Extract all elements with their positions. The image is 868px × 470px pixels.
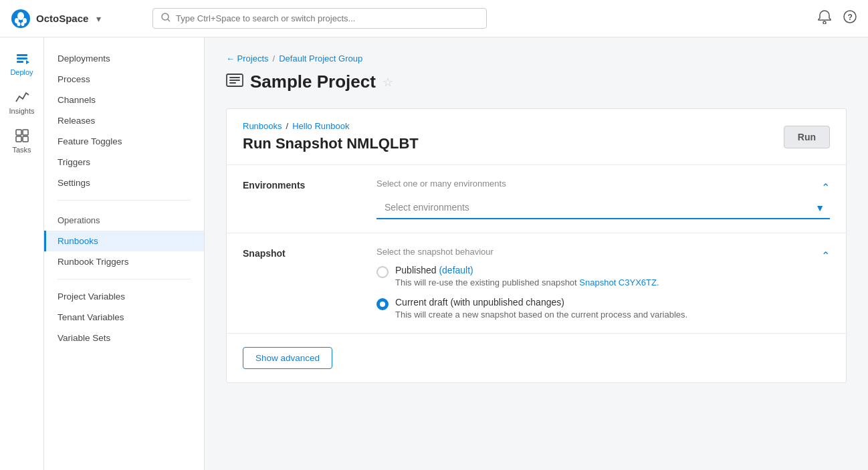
page-title: Sample Project [250,72,376,92]
search-bar[interactable] [152,8,487,29]
svg-text:?: ? [848,13,853,22]
sidebar: Deployments Process Channels Releases Fe… [44,37,205,470]
page-title-row: Sample Project ☆ [226,72,847,92]
svg-rect-12 [17,57,27,60]
radio-published-desc: This will re-use the existing published … [395,277,659,287]
sidebar-item-releases[interactable]: Releases [44,110,204,131]
snapshot-chevron-icon[interactable]: ⌃ [821,249,830,262]
run-breadcrumb: Runbooks / Hello Runbook [243,121,419,131]
radio-draft-text: Current draft (with unpublished changes)… [395,297,687,320]
topbar-actions: ? [817,9,857,27]
tasks-icon [15,128,29,143]
svg-point-8 [823,21,826,24]
snapshot-content: Select the snapshot behaviour ⌃ Publishe… [376,247,830,320]
radio-draft-circle[interactable] [376,298,389,310]
run-title: Run Snapshot NMLQLBT [243,135,419,152]
svg-marker-14 [26,60,29,64]
run-header: Runbooks / Hello Runbook Run Snapshot NM… [227,109,846,165]
run-breadcrumb-hello[interactable]: Hello Runbook [292,121,349,131]
radio-published-label: Published (default) [395,265,659,275]
sidebar-item-project-variables[interactable]: Project Variables [44,286,204,307]
environments-row: Environments Select one or many environm… [227,165,846,233]
sidebar-section-operations: Operations [44,207,204,231]
nav-tasks[interactable]: Tasks [3,123,41,159]
radio-published-circle[interactable] [376,266,389,278]
svg-point-1 [17,12,24,20]
search-input[interactable] [176,13,478,23]
sidebar-item-runbooks[interactable]: Runbooks [44,231,204,251]
sidebar-item-process[interactable]: Process [44,69,204,90]
run-button[interactable]: Run [784,126,830,148]
left-nav: Deploy Insights Tasks [0,37,44,470]
snapshot-link[interactable]: Snapshot C3YX6TZ [579,277,657,287]
topbar: OctoSpace ▾ ? [0,0,868,37]
svg-line-7 [168,19,170,21]
sidebar-item-channels[interactable]: Channels [44,90,204,110]
radio-draft-desc: This will create a new snapshot based on… [395,310,687,320]
show-advanced-button[interactable]: Show advanced [243,347,332,369]
svg-rect-16 [23,130,28,135]
sidebar-item-runbook-triggers[interactable]: Runbook Triggers [44,251,204,272]
radio-published[interactable]: Published (default) This will re-use the… [376,265,830,287]
breadcrumb-projects[interactable]: ← Projects [226,53,269,64]
sidebar-item-triggers[interactable]: Triggers [44,152,204,172]
svg-point-6 [162,13,169,20]
notifications-icon[interactable] [817,9,832,27]
sidebar-item-settings[interactable]: Settings [44,172,204,193]
svg-point-4 [17,22,21,26]
svg-rect-17 [16,136,21,142]
environments-label: Environments [243,179,376,191]
svg-rect-11 [17,54,27,56]
environments-select[interactable]: Select environments [376,197,830,219]
sidebar-item-tenant-variables[interactable]: Tenant Variables [44,307,204,328]
environments-content: Select one or many environments ⌃ Select… [376,179,830,219]
svg-rect-15 [16,130,21,135]
snapshot-row: Snapshot Select the snapshot behaviour ⌃… [227,233,846,334]
svg-rect-21 [229,80,240,81]
svg-point-5 [21,22,25,26]
snapshot-subtitle: Select the snapshot behaviour [376,247,494,257]
svg-rect-22 [229,82,236,84]
project-icon [226,73,243,91]
sidebar-divider-1 [58,200,191,201]
favorite-star-icon[interactable]: ☆ [383,75,393,90]
run-breadcrumb-sep: / [286,121,289,131]
nav-deploy-label: Deploy [10,68,33,76]
sidebar-item-deployments[interactable]: Deployments [44,48,204,69]
octopus-logo [11,9,31,29]
sidebar-item-variable-sets[interactable]: Variable Sets [44,328,204,348]
breadcrumb-sep: / [273,53,276,64]
radio-published-text: Published (default) This will re-use the… [395,265,659,287]
sidebar-divider-2 [58,279,191,279]
brand[interactable]: OctoSpace ▾ [11,9,144,29]
main-content: ← Projects / Default Project Group Sampl… [205,37,868,470]
brand-name: OctoSpace [36,13,88,24]
brand-chevron[interactable]: ▾ [96,13,101,24]
environments-chevron-icon[interactable]: ⌃ [821,181,830,194]
published-default-badge: (default) [439,265,473,275]
insights-icon [15,90,29,104]
sidebar-item-feature-toggles[interactable]: Feature Toggles [44,131,204,152]
nav-insights-label: Insights [9,107,35,115]
nav-deploy[interactable]: Deploy [3,45,41,82]
breadcrumb-group[interactable]: Default Project Group [279,53,362,64]
search-icon [161,13,171,24]
env-select-wrapper: Select environments ▼ [376,197,830,219]
help-icon[interactable]: ? [843,9,857,27]
svg-rect-13 [17,61,23,63]
radio-current-draft[interactable]: Current draft (with unpublished changes)… [376,297,830,320]
breadcrumb: ← Projects / Default Project Group [226,53,847,64]
environments-subtitle: Select one or many environments [376,179,506,189]
run-card: Runbooks / Hello Runbook Run Snapshot NM… [226,108,847,383]
radio-draft-label: Current draft (with unpublished changes) [395,297,687,308]
show-advanced-row: Show advanced [227,334,846,382]
nav-tasks-label: Tasks [12,146,31,154]
deploy-icon [15,51,29,66]
nav-insights[interactable]: Insights [3,84,41,120]
svg-rect-18 [23,136,28,142]
svg-rect-20 [229,77,240,78]
run-header-left: Runbooks / Hello Runbook Run Snapshot NM… [243,121,419,152]
snapshot-label: Snapshot [243,247,376,259]
run-breadcrumb-runbooks[interactable]: Runbooks [243,121,282,131]
environments-header-row: Select one or many environments ⌃ [376,179,830,197]
